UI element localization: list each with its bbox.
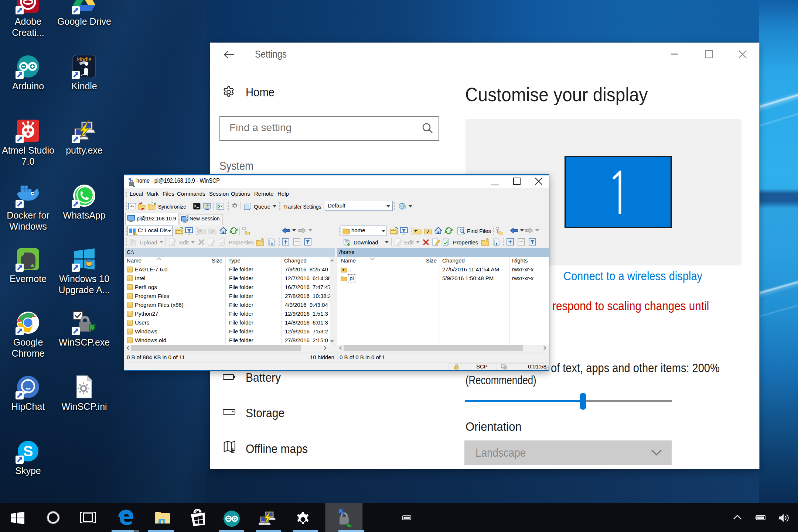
svg-text:S: S <box>23 443 33 459</box>
